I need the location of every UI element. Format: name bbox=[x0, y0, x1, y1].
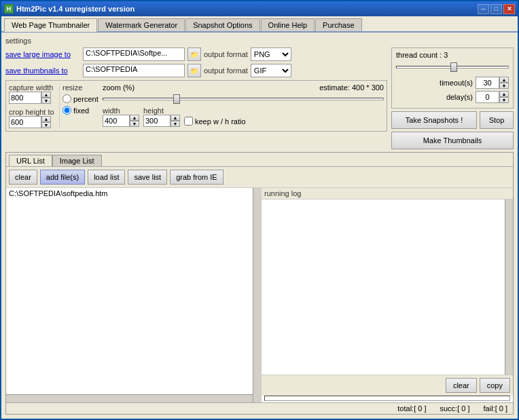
log-clear-button[interactable]: clear bbox=[446, 378, 477, 393]
log-actions: clear copy bbox=[262, 375, 513, 396]
zoom-height-down[interactable]: ▼ bbox=[171, 121, 180, 127]
large-image-row: save large image to C:\SOFTPEDIA\Softpe.… bbox=[5, 47, 387, 61]
zoom-width-input[interactable] bbox=[103, 115, 130, 127]
zoom-width-up[interactable]: ▲ bbox=[130, 115, 139, 121]
log-copy-button[interactable]: copy bbox=[480, 378, 510, 393]
delay-up[interactable]: ▲ bbox=[499, 91, 509, 97]
stop-button[interactable]: Stop bbox=[480, 111, 514, 129]
status-fail: fail:[ 0 ] bbox=[484, 404, 507, 413]
save-large-image-link[interactable]: save large image to bbox=[5, 50, 80, 58]
log-content bbox=[262, 199, 513, 375]
fixed-radio-row: fixed bbox=[62, 106, 100, 115]
zoom-height-spinbox: ▲ ▼ bbox=[143, 115, 180, 127]
zoom-width-down[interactable]: ▼ bbox=[130, 121, 139, 127]
tab-snapshot-options[interactable]: Snapshot Options bbox=[185, 18, 260, 31]
timeout-input[interactable] bbox=[476, 77, 499, 89]
thumb-format-label: output format bbox=[204, 66, 248, 75]
save-list-button[interactable]: save list bbox=[128, 170, 167, 185]
log-area: running log clear copy bbox=[262, 188, 513, 402]
delay-input[interactable] bbox=[476, 91, 499, 103]
zoom-thumb[interactable] bbox=[173, 94, 180, 104]
maximize-button[interactable]: □ bbox=[490, 4, 502, 14]
fixed-label: fixed bbox=[73, 107, 89, 115]
crop-height-input[interactable] bbox=[9, 116, 41, 128]
capture-width-label: capture width bbox=[9, 83, 56, 92]
make-thumbnails-button[interactable]: Make Thumbnails bbox=[391, 132, 514, 149]
tab-purchase[interactable]: Purchase bbox=[315, 18, 361, 31]
capture-width-down[interactable]: ▼ bbox=[41, 98, 51, 104]
add-files-button[interactable]: add file(s) bbox=[40, 170, 85, 185]
crop-height-spinners: ▲ ▼ bbox=[41, 116, 51, 128]
resize-label: resize bbox=[62, 83, 100, 92]
tab-watermark-generator[interactable]: Watermark Generator bbox=[98, 18, 185, 31]
status-succ: succ:[ 0 ] bbox=[440, 404, 470, 413]
large-format-select[interactable]: PNG JPG BMP bbox=[251, 47, 291, 61]
zoom-section: zoom (%) estimate: 400 * 300 bbox=[103, 83, 384, 128]
fixed-radio[interactable] bbox=[62, 106, 71, 115]
capture-width-spinners: ▲ ▼ bbox=[41, 92, 51, 104]
zoom-track bbox=[103, 98, 384, 100]
zoom-width-group: width ▲ ▼ bbox=[103, 107, 139, 127]
list-log-area: C:\SOFTPEDIA\softpedia.htm running log c… bbox=[6, 188, 513, 402]
wh-row: width ▲ ▼ height bbox=[103, 107, 384, 127]
clear-list-button[interactable]: clear bbox=[9, 170, 37, 185]
status-total: total:[ 0 ] bbox=[397, 404, 426, 413]
capture-width-up[interactable]: ▲ bbox=[41, 92, 51, 98]
subtab-image-list[interactable]: Image List bbox=[52, 155, 102, 166]
capture-width-input[interactable] bbox=[9, 92, 41, 104]
log-scrollbar[interactable] bbox=[505, 199, 513, 375]
thumb-format-select[interactable]: GIF JPG PNG bbox=[251, 64, 291, 77]
take-snapshots-button[interactable]: Take Snapshots ! bbox=[391, 111, 477, 129]
keep-ratio-checkbox[interactable] bbox=[184, 117, 193, 126]
keep-ratio-group: keep w / h ratio bbox=[184, 107, 246, 127]
bottom-section: URL List Image List clear add file(s) lo… bbox=[5, 152, 514, 415]
zoom-height-up[interactable]: ▲ bbox=[171, 115, 180, 121]
grab-from-ie-button[interactable]: grab from IE bbox=[170, 170, 223, 185]
zoom-label: zoom (%) bbox=[103, 83, 135, 92]
url-item: C:\SOFTPEDIA\softpedia.htm bbox=[6, 188, 261, 199]
timeout-up[interactable]: ▲ bbox=[499, 77, 509, 83]
percent-label: percent bbox=[73, 95, 99, 103]
tab-online-help[interactable]: Online Help bbox=[261, 18, 315, 31]
url-hscrollbar[interactable] bbox=[6, 394, 253, 402]
log-progress-bar bbox=[264, 396, 510, 401]
crop-height-spinbox: ▲ ▼ bbox=[9, 116, 56, 128]
resize-section: resize percent fixed bbox=[59, 83, 100, 128]
minimize-button[interactable]: ─ bbox=[478, 4, 489, 14]
url-scrollbar[interactable] bbox=[253, 188, 261, 402]
thumbnail-path[interactable]: C:\SOFTPEDIA bbox=[83, 64, 185, 77]
right-panel: thread count : 3 timeout(s) ▲ ▼ bbox=[391, 47, 514, 149]
title-bar: H Htm2Pic v1.4 unregisterd version ─ □ ✕ bbox=[1, 1, 518, 16]
window-title: Htm2Pic v1.4 unregisterd version bbox=[16, 5, 135, 13]
zoom-width-spinners: ▲ ▼ bbox=[130, 115, 139, 127]
list-toolbar: clear add file(s) load list save list gr… bbox=[6, 167, 513, 188]
zoom-height-input[interactable] bbox=[143, 115, 171, 127]
load-list-button[interactable]: load list bbox=[88, 170, 125, 185]
delay-down[interactable]: ▼ bbox=[499, 97, 509, 103]
thread-slider-thumb[interactable] bbox=[450, 62, 457, 72]
percent-radio[interactable] bbox=[62, 94, 71, 103]
tab-web-page-thumbnailer[interactable]: Web Page Thumbnailer bbox=[4, 18, 97, 32]
delay-label: delay(s) bbox=[446, 93, 473, 101]
snapshot-actions: Take Snapshots ! Stop bbox=[391, 111, 514, 129]
main-content: settings save large image to C:\SOFTPEDI… bbox=[1, 33, 518, 419]
save-thumbnails-link[interactable]: save thumbnails to bbox=[5, 66, 80, 75]
large-image-path[interactable]: C:\SOFTPEDIA\Softpe... bbox=[83, 47, 185, 61]
capture-resize-section: capture width ▲ ▼ crop height to bbox=[5, 80, 387, 132]
thumbnail-browse-button[interactable]: 📁 bbox=[187, 64, 201, 77]
crop-height-up[interactable]: ▲ bbox=[41, 116, 51, 122]
thumbnail-row: save thumbnails to C:\SOFTPEDIA 📁 output… bbox=[5, 64, 387, 77]
keep-ratio-label: keep w / h ratio bbox=[195, 117, 246, 126]
main-window: H Htm2Pic v1.4 unregisterd version ─ □ ✕… bbox=[0, 0, 519, 420]
large-image-browse-button[interactable]: 📁 bbox=[187, 47, 201, 61]
subtab-url-list[interactable]: URL List bbox=[9, 155, 52, 166]
timeout-down[interactable]: ▼ bbox=[499, 83, 509, 89]
crop-height-group: crop height to ▲ ▼ bbox=[9, 108, 56, 128]
timeout-row: timeout(s) ▲ ▼ bbox=[396, 77, 509, 89]
crop-height-down[interactable]: ▼ bbox=[41, 122, 51, 128]
percent-radio-row: percent bbox=[62, 94, 100, 103]
timeout-label: timeout(s) bbox=[440, 79, 473, 87]
url-list-area[interactable]: C:\SOFTPEDIA\softpedia.htm bbox=[6, 188, 262, 402]
close-button[interactable]: ✕ bbox=[503, 4, 515, 14]
capture-dimensions: capture width ▲ ▼ crop height to bbox=[9, 83, 56, 128]
